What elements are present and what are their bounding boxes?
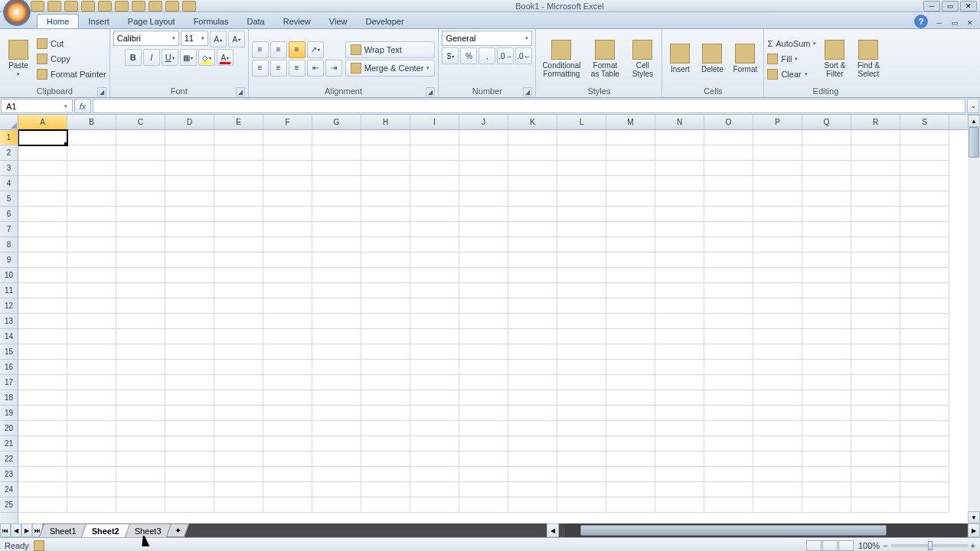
cell[interactable]: [116, 390, 165, 406]
cell[interactable]: [606, 421, 655, 436]
cell[interactable]: [557, 130, 606, 145]
cell[interactable]: [263, 421, 312, 436]
cell[interactable]: [655, 191, 704, 207]
delete-cells-button[interactable]: Delete: [697, 34, 727, 84]
cell[interactable]: [900, 452, 949, 467]
hscroll-right-icon[interactable]: ▶: [968, 523, 980, 537]
cell[interactable]: [410, 452, 459, 467]
sheet-first-icon[interactable]: ⏮: [0, 523, 11, 537]
currency-button[interactable]: $▾: [442, 47, 459, 64]
cell[interactable]: [410, 176, 459, 191]
cell[interactable]: [802, 482, 851, 497]
cell[interactable]: [655, 298, 704, 314]
cell[interactable]: [900, 497, 949, 513]
maximize-button[interactable]: ▭: [942, 1, 959, 11]
cell[interactable]: [508, 436, 557, 452]
cell[interactable]: [165, 314, 214, 329]
cell[interactable]: [704, 191, 753, 207]
cell[interactable]: [410, 222, 459, 237]
cell[interactable]: [116, 176, 165, 191]
cell[interactable]: [18, 329, 67, 344]
cut-button[interactable]: Cut: [37, 37, 106, 51]
cell[interactable]: [704, 314, 753, 329]
cell[interactable]: [67, 161, 116, 176]
qat-redo-icon[interactable]: [64, 1, 78, 11]
cell[interactable]: [361, 237, 410, 253]
cell[interactable]: [459, 207, 508, 222]
cell[interactable]: [116, 375, 165, 390]
row-header[interactable]: 17: [0, 375, 18, 390]
cell[interactable]: [116, 191, 165, 207]
cell[interactable]: [165, 222, 214, 237]
cell[interactable]: [410, 406, 459, 421]
sheet-next-icon[interactable]: ▶: [21, 523, 32, 537]
qat-undo-icon[interactable]: [47, 1, 61, 11]
column-header[interactable]: C: [116, 115, 165, 129]
cell[interactable]: [851, 360, 900, 375]
cell[interactable]: [655, 452, 704, 467]
row-header[interactable]: 18: [0, 390, 18, 406]
cell[interactable]: [214, 375, 263, 390]
cell[interactable]: [557, 452, 606, 467]
cell[interactable]: [165, 497, 214, 513]
cell[interactable]: [802, 406, 851, 421]
cell[interactable]: [214, 191, 263, 207]
cell[interactable]: [557, 390, 606, 406]
border-button[interactable]: ▦▾: [180, 49, 197, 66]
cell[interactable]: [67, 268, 116, 283]
macro-record-icon[interactable]: [34, 540, 44, 551]
cell[interactable]: [459, 253, 508, 268]
cell[interactable]: [508, 360, 557, 375]
cell[interactable]: [214, 161, 263, 176]
cell[interactable]: [410, 482, 459, 497]
cell[interactable]: [606, 283, 655, 298]
column-header[interactable]: N: [655, 115, 704, 129]
cell[interactable]: [18, 145, 67, 161]
cell[interactable]: [655, 375, 704, 390]
cell[interactable]: [263, 253, 312, 268]
cell[interactable]: [557, 298, 606, 314]
cell[interactable]: [900, 375, 949, 390]
cell[interactable]: [116, 222, 165, 237]
row-header[interactable]: 22: [0, 452, 18, 467]
cell[interactable]: [851, 253, 900, 268]
cell[interactable]: [802, 421, 851, 436]
cell[interactable]: [900, 436, 949, 452]
cell[interactable]: [263, 329, 312, 344]
cell[interactable]: [459, 145, 508, 161]
cell[interactable]: [116, 130, 165, 145]
cell[interactable]: [18, 314, 67, 329]
cell[interactable]: [508, 344, 557, 360]
cell[interactable]: [459, 497, 508, 513]
cell[interactable]: [312, 344, 361, 360]
align-bottom-button[interactable]: ≡: [289, 41, 305, 58]
cell[interactable]: [900, 237, 949, 253]
column-header[interactable]: O: [704, 115, 753, 129]
cell[interactable]: [557, 421, 606, 436]
cell[interactable]: [18, 298, 67, 314]
page-break-view-button[interactable]: [838, 540, 854, 551]
cell[interactable]: [606, 497, 655, 513]
cell[interactable]: [263, 344, 312, 360]
cell[interactable]: [606, 452, 655, 467]
cell[interactable]: [165, 390, 214, 406]
cell[interactable]: [655, 482, 704, 497]
cell[interactable]: [214, 452, 263, 467]
cell[interactable]: [214, 360, 263, 375]
cell[interactable]: [851, 222, 900, 237]
cell[interactable]: [165, 130, 214, 145]
cell[interactable]: [410, 360, 459, 375]
cell[interactable]: [459, 452, 508, 467]
cell[interactable]: [802, 176, 851, 191]
column-header[interactable]: D: [165, 115, 214, 129]
cell[interactable]: [704, 497, 753, 513]
cell[interactable]: [361, 130, 410, 145]
cell[interactable]: [655, 436, 704, 452]
cell[interactable]: [361, 191, 410, 207]
cell[interactable]: [753, 344, 802, 360]
cell[interactable]: [116, 406, 165, 421]
cell[interactable]: [361, 314, 410, 329]
cell[interactable]: [851, 329, 900, 344]
cell[interactable]: [312, 436, 361, 452]
cell[interactable]: [557, 253, 606, 268]
